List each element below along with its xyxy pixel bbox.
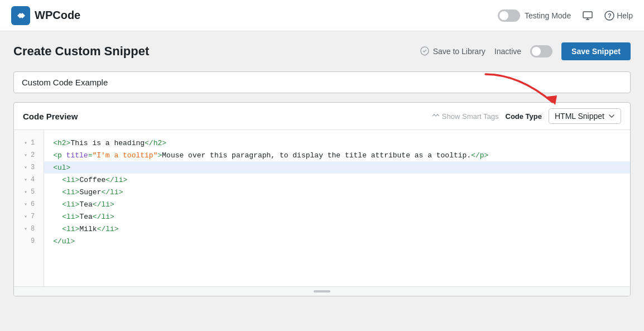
fold-arrow-4: ▾	[24, 176, 27, 183]
scroll-handle	[314, 290, 330, 292]
help-label: Help	[617, 11, 633, 20]
snippet-name-input[interactable]	[13, 71, 631, 93]
svg-rect-0	[583, 12, 592, 18]
fold-arrow-5: ▾	[24, 189, 27, 195]
chevron-down-icon	[608, 113, 615, 119]
fold-arrow-6: ▾	[24, 201, 27, 208]
code-line-4: <li>Coffee</li>	[53, 174, 621, 186]
logo-icon	[11, 6, 30, 25]
line-num-1: ▾ 1	[20, 137, 38, 149]
save-to-library-label: Save to Library	[433, 47, 486, 56]
fold-arrow-7: ▾	[24, 213, 27, 220]
top-navigation: WPCode Testing Mode ? Help	[0, 0, 644, 31]
line-num-5: ▾ 5	[20, 186, 38, 198]
code-line-1: <h2>This is a heading</h2>	[53, 137, 621, 149]
fold-arrow-1: ▾	[24, 140, 27, 146]
brand-name: WPCode	[35, 9, 80, 22]
code-type-dropdown[interactable]: HTML Snippet	[549, 108, 621, 124]
svg-text:?: ?	[608, 12, 612, 19]
show-smart-tags-link[interactable]: Show Smart Tags	[432, 112, 499, 121]
svg-point-7	[437, 114, 438, 115]
main-content: Create Custom Snippet Save to Library In…	[0, 31, 644, 308]
active-toggle[interactable]	[530, 45, 552, 57]
code-line-6: <li>Tea</li>	[53, 198, 621, 210]
code-line-8: <li>Milk</li>	[53, 223, 621, 235]
code-line-5: <li>Suger</li>	[53, 186, 621, 198]
save-snippet-button[interactable]: Save Snippet	[561, 42, 631, 60]
testing-mode-label: Testing Mode	[525, 11, 571, 20]
code-preview-title: Code Preview	[23, 112, 78, 121]
code-type-value: HTML Snippet	[555, 112, 604, 121]
line-num-2: ▾ 2	[20, 149, 38, 161]
logo-area: WPCode	[11, 6, 80, 25]
nav-right: Testing Mode ? Help	[498, 9, 633, 22]
code-preview-header: Code Preview Show Smart Tags Code Type H…	[14, 103, 630, 130]
fold-arrow-8: ▾	[24, 226, 27, 232]
code-editor[interactable]: ▾ 1 ▾ 2 ▾ 3 ▾ 4 ▾ 5	[14, 130, 630, 286]
smart-tags-label: Show Smart Tags	[442, 112, 499, 121]
testing-mode-toggle[interactable]	[498, 9, 520, 22]
line-num-8: ▾ 8	[20, 223, 38, 235]
svg-point-6	[434, 114, 435, 115]
line-num-9: 9	[20, 235, 38, 247]
fold-arrow-2: ▾	[24, 152, 27, 159]
page-title: Create Custom Snippet	[13, 44, 149, 59]
monitor-icon-button[interactable]	[582, 10, 593, 21]
code-preview-controls: Show Smart Tags Code Type HTML Snippet	[432, 108, 621, 124]
testing-mode-toggle-group[interactable]: Testing Mode	[498, 9, 571, 22]
fold-arrow-3: ▾	[24, 164, 27, 171]
inactive-label: Inactive	[494, 47, 521, 56]
code-line-9: </ul>	[53, 235, 621, 247]
code-line-3: <ul>	[44, 161, 630, 174]
line-num-4: ▾ 4	[20, 174, 38, 186]
line-num-6: ▾ 6	[20, 198, 38, 210]
line-num-7: ▾ 7	[20, 210, 38, 223]
page-header: Create Custom Snippet Save to Library In…	[13, 42, 631, 60]
code-preview-section: Code Preview Show Smart Tags Code Type H…	[13, 102, 631, 296]
header-actions: Save to Library Inactive Save Snippet	[420, 42, 631, 60]
code-content[interactable]: <h2>This is a heading</h2> <p title="I'm…	[44, 130, 630, 286]
code-line-2: <p title="I'm a tooltip">Mouse over this…	[53, 149, 621, 161]
save-to-library-button[interactable]: Save to Library	[420, 46, 486, 56]
code-scrollbar[interactable]	[14, 286, 630, 296]
line-num-3: ▾ 3	[20, 161, 38, 174]
code-line-7: <li>Tea</li>	[53, 210, 621, 223]
line-numbers: ▾ 1 ▾ 2 ▾ 3 ▾ 4 ▾ 5	[14, 130, 44, 286]
code-type-label: Code Type	[506, 112, 542, 121]
help-button[interactable]: ? Help	[604, 11, 633, 21]
